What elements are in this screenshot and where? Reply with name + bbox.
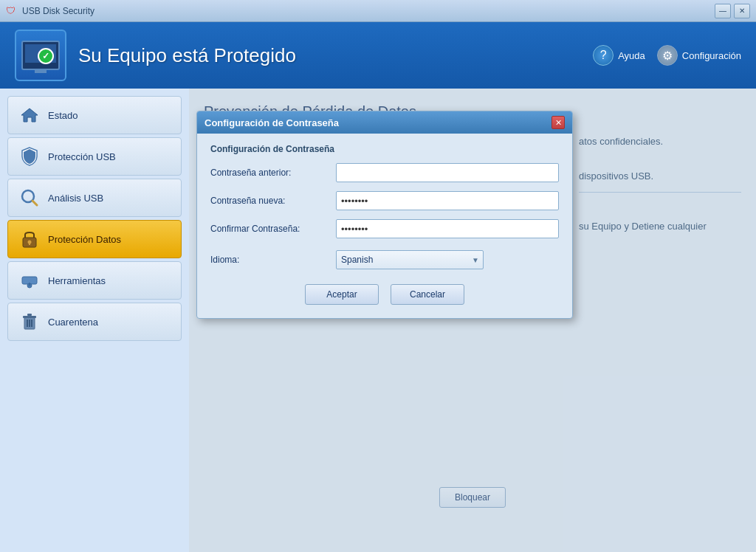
- old-password-group: Contraseña anterior:: [210, 163, 559, 182]
- confirm-password-input[interactable]: [336, 219, 559, 238]
- title-bar-left: 🛡 USB Disk Security: [6, 5, 94, 17]
- config-button[interactable]: ⚙ Configuración: [657, 45, 741, 66]
- shield-icon: [18, 145, 41, 168]
- language-label: Idioma:: [210, 255, 336, 265]
- dialog-body: Configuración de Contraseña Contraseña a…: [197, 134, 572, 318]
- old-password-input[interactable]: [336, 163, 559, 182]
- minimize-button[interactable]: —: [715, 4, 731, 18]
- old-password-label: Contraseña anterior:: [210, 168, 336, 178]
- svg-rect-8: [29, 283, 30, 286]
- monitor-stand: [35, 69, 47, 73]
- new-password-label: Contraseña nueva:: [210, 196, 336, 206]
- svg-rect-5: [29, 242, 30, 245]
- help-button[interactable]: ? Ayuda: [593, 45, 645, 66]
- new-password-group: Contraseña nueva:: [210, 191, 559, 210]
- help-icon: ?: [593, 45, 614, 66]
- search-icon: [18, 187, 41, 209]
- sidebar-item-estado[interactable]: Estado: [7, 96, 182, 134]
- svg-rect-10: [23, 316, 36, 318]
- sidebar: Estado Protección USB Análisis USB: [0, 89, 189, 552]
- cancel-button[interactable]: Cancelar: [391, 284, 464, 305]
- main-content: Estado Protección USB Análisis USB: [0, 89, 756, 552]
- header-logo: ✓: [15, 30, 66, 81]
- app-header: ✓ Su Equipo está Protegido ? Ayuda ⚙ Con…: [0, 22, 756, 89]
- sidebar-label-proteccion-datos: Protección Datos: [48, 234, 121, 245]
- svg-rect-11: [27, 314, 32, 316]
- title-bar: 🛡 USB Disk Security — ✕: [0, 0, 756, 22]
- sidebar-label-proteccion-usb: Protección USB: [48, 151, 116, 162]
- language-select-wrapper: Spanish English French German Italian Po…: [336, 250, 484, 269]
- check-badge: ✓: [38, 48, 54, 64]
- sidebar-item-proteccion-usb[interactable]: Protección USB: [7, 137, 182, 176]
- language-group: Idioma: Spanish English French German It…: [210, 250, 559, 269]
- gear-icon: ⚙: [657, 45, 678, 66]
- content-area: Prevención de Pérdida de Datos atos conf…: [189, 89, 756, 552]
- svg-line-2: [32, 201, 37, 205]
- lock-icon: [18, 228, 41, 250]
- dialog-title: Configuración de Contraseña: [205, 117, 339, 128]
- close-button[interactable]: ✕: [734, 4, 750, 18]
- password-dialog: Configuración de Contraseña ✕ Configurac…: [196, 111, 573, 319]
- sidebar-item-cuarentena[interactable]: Cuarentena: [7, 303, 182, 341]
- dialog-close-button[interactable]: ✕: [551, 116, 565, 129]
- dialog-titlebar: Configuración de Contraseña ✕: [197, 111, 572, 134]
- tools-icon: [18, 269, 41, 291]
- sidebar-item-proteccion-datos[interactable]: Protección Datos: [7, 220, 182, 258]
- header-actions: ? Ayuda ⚙ Configuración: [593, 45, 741, 66]
- language-select[interactable]: Spanish English French German Italian Po…: [336, 250, 484, 269]
- app-icon: 🛡: [6, 5, 18, 17]
- dialog-buttons: Aceptar Cancelar: [210, 284, 559, 305]
- sidebar-label-estado: Estado: [48, 110, 78, 121]
- dialog-section-label: Configuración de Contraseña: [210, 144, 559, 154]
- sidebar-label-herramientas: Herramientas: [48, 275, 106, 286]
- confirm-password-label: Confirmar Contraseña:: [210, 224, 336, 234]
- config-label: Configuración: [682, 50, 741, 61]
- trash-icon: [18, 311, 41, 333]
- sidebar-label-analisis-usb: Análisis USB: [48, 193, 103, 204]
- svg-marker-0: [21, 108, 38, 122]
- new-password-input[interactable]: [336, 191, 559, 210]
- accept-button[interactable]: Aceptar: [305, 284, 379, 305]
- sidebar-item-herramientas[interactable]: Herramientas: [7, 261, 182, 300]
- home-icon: [18, 104, 41, 126]
- sidebar-item-analisis-usb[interactable]: Análisis USB: [7, 179, 182, 217]
- sidebar-label-cuarentena: Cuarentena: [48, 317, 98, 328]
- confirm-password-group: Confirmar Contraseña:: [210, 219, 559, 238]
- title-bar-controls: — ✕: [715, 4, 750, 18]
- app-title: USB Disk Security: [22, 6, 94, 16]
- help-label: Ayuda: [618, 50, 645, 61]
- header-title: Su Equipo está Protegido: [78, 44, 296, 67]
